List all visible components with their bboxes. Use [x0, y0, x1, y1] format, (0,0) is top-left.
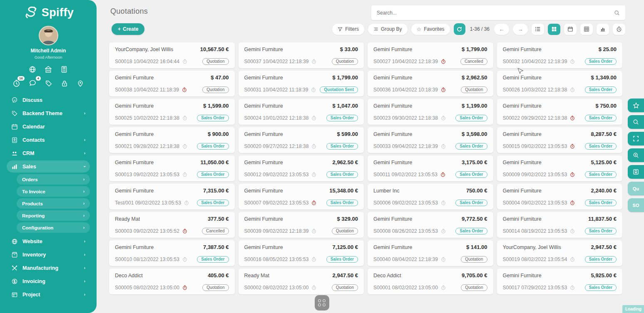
activity-clock-icon[interactable] [184, 200, 189, 205]
pager-next-button[interactable]: → [513, 24, 528, 35]
refresh-button[interactable] [454, 23, 465, 35]
rail-quotation-shortcut[interactable]: Qu [628, 182, 644, 195]
activity-clock-icon[interactable] [570, 116, 575, 121]
submenu-item-orders[interactable]: Orders › [17, 174, 90, 185]
user-avatar[interactable] [39, 26, 58, 45]
activity-clock-icon[interactable] [311, 172, 316, 177]
quotation-card[interactable]: Gemini Furniture $ 900.00 S00021 09/28/2… [109, 127, 235, 153]
view-calendar-button[interactable] [564, 24, 577, 35]
quotation-card[interactable]: Gemini Furniture 3,175.00 € S00011 09/02… [368, 155, 493, 181]
quotation-card[interactable]: Gemini Furniture $ 141.00 S00040 08/04/2… [368, 240, 493, 266]
activity-clock-icon[interactable] [441, 116, 446, 121]
quotation-card[interactable]: Gemini Furniture 7,315.00 € Test/001 09/… [109, 184, 235, 209]
create-button[interactable]: + Create [112, 23, 144, 35]
quotation-card[interactable]: Gemini Furniture $ 1,599.00 S00025 10/02… [109, 99, 235, 125]
activity-clock-icon[interactable] [441, 144, 446, 149]
activity-clock-icon[interactable] [570, 285, 575, 290]
quotation-card[interactable]: Ready Mat 2,947.50 € S00002 08/02/2022 1… [239, 269, 364, 294]
submenu-item-to-invoice[interactable]: To Invoice › [17, 186, 90, 197]
sidebar-item-calendar[interactable]: Calendar [7, 121, 90, 133]
quotation-card[interactable]: Gemini Furniture $ 599.00 S00020 09/27/2… [239, 127, 364, 153]
activity-clock-icon[interactable] [441, 257, 446, 262]
brand[interactable]: Spiffy [0, 0, 97, 20]
activity-clock-icon[interactable] [570, 172, 575, 177]
quotation-card[interactable]: Gemini Furniture $ 1,799.00 S00027 10/04… [368, 42, 493, 68]
quotation-card[interactable]: Gemini Furniture $ 3,598.00 S00033 09/04… [368, 127, 493, 153]
activity-clock-icon[interactable] [441, 87, 446, 92]
activity-clock-icon[interactable] [311, 87, 316, 92]
tag-icon[interactable] [45, 80, 52, 87]
activity-clock-icon[interactable] [441, 200, 446, 205]
quotation-card[interactable]: Gemini Furniture 8,287.50 € S00015 09/02… [497, 127, 623, 153]
activity-clock-icon[interactable] [311, 59, 316, 64]
activity-clock-icon[interactable] [570, 87, 575, 92]
activity-clock-icon[interactable] [182, 257, 187, 262]
rail-favorite-button[interactable] [628, 99, 644, 112]
activity-clock-icon[interactable] [311, 285, 316, 290]
search-icon[interactable] [614, 10, 620, 16]
quotation-card[interactable]: Gemini Furniture $ 1,349.00 S00026 10/03… [497, 71, 623, 96]
quotation-card[interactable]: Deco Addict 405.00 € S00005 08/02/2022 1… [109, 269, 235, 294]
activity-clock-icon[interactable] [570, 229, 575, 234]
quotation-card[interactable]: Gemini Furniture 9,772.50 € S00008 08/26… [368, 212, 493, 238]
quotation-card[interactable]: Gemini Furniture 2,240.00 € S00004 09/02… [497, 184, 623, 209]
quotation-card[interactable]: Gemini Furniture $ 1,199.00 S00023 09/30… [368, 99, 493, 125]
view-pivot-button[interactable] [580, 24, 593, 35]
messages-icon[interactable]: 4 [29, 79, 37, 87]
quotation-card[interactable]: YourCompany, Joel Willis 10,567.50 € S00… [109, 42, 235, 68]
sidebar-item-contacts[interactable]: Contacts › [7, 134, 90, 146]
view-activity-button[interactable] [613, 24, 625, 35]
quotation-card[interactable]: YourCompany, Joel Willis 2,947.50 € S000… [497, 240, 623, 266]
sidebar-item-backend-theme[interactable]: Backend Theme › [7, 107, 90, 119]
activity-clock-icon[interactable] [570, 200, 575, 205]
sidebar-item-manufacturing[interactable]: Manufacturing › [7, 262, 90, 274]
rail-search-button[interactable] [628, 115, 644, 129]
sidebar-item-inventory[interactable]: Inventory › [7, 249, 90, 261]
activity-clock-icon[interactable] [311, 257, 316, 262]
language-globe-icon[interactable] [29, 66, 36, 73]
view-graph-button[interactable] [597, 24, 609, 35]
quotation-card[interactable]: Gemini Furniture $ 750.00 S00022 09/29/2… [497, 99, 623, 125]
activity-clock-icon[interactable] [311, 144, 316, 149]
group-by-button[interactable]: Group By [368, 24, 408, 35]
sidebar-item-sales[interactable]: Sales › [7, 160, 90, 173]
rail-sales-order-shortcut[interactable]: SO [628, 198, 644, 212]
view-kanban-button[interactable] [548, 24, 560, 35]
quotation-card[interactable]: Gemini Furniture $ 1,799.00 S00031 10/04… [239, 71, 364, 96]
quotation-card[interactable]: Gemini Furniture 2,962.50 € S00012 09/02… [239, 155, 364, 181]
submenu-item-products[interactable]: Products › [17, 198, 90, 209]
activity-clock-icon[interactable] [182, 229, 187, 234]
filters-button[interactable]: Filters [332, 24, 364, 35]
activity-clock-icon[interactable] [182, 285, 187, 290]
sidebar-item-project[interactable]: Project › [7, 288, 90, 301]
quotation-card[interactable]: Ready Mat 377.50 € S00003 09/02/2022 13:… [109, 212, 235, 238]
quotation-card[interactable]: Gemini Furniture 5,925.00 € S00017 07/29… [497, 269, 623, 294]
quotation-card[interactable]: Gemini Furniture 11,050.00 € S00013 09/0… [109, 155, 235, 181]
pager-prev-button[interactable]: ← [494, 24, 509, 35]
calculator-icon[interactable] [60, 66, 68, 73]
rail-zoom-button[interactable] [628, 148, 644, 162]
sidebar-item-crm[interactable]: CRM › [7, 147, 90, 159]
sidebar-item-discuss[interactable]: Discuss [7, 94, 90, 106]
quotation-card[interactable]: Gemini Furniture $ 33.00 S00037 10/04/20… [239, 42, 364, 68]
activity-clock-icon[interactable] [570, 59, 575, 64]
activity-clock-icon[interactable] [441, 285, 446, 290]
activity-clock-icon[interactable] [182, 144, 187, 149]
quotation-card[interactable]: Gemini Furniture 15,348.00 € S00007 09/0… [239, 184, 364, 209]
activity-clock-icon[interactable] [570, 144, 575, 149]
apps-menu-button[interactable] [315, 295, 329, 311]
activity-clock-icon[interactable] [182, 172, 187, 177]
submenu-item-configuration[interactable]: Configuration › [17, 222, 90, 233]
company-building-icon[interactable] [45, 66, 52, 73]
quotation-card[interactable]: Gemini Furniture $ 329.00 S00039 09/02/2… [239, 212, 364, 238]
quotation-card[interactable]: Lumber Inc 750.00 € S00006 09/02/2022 13… [368, 184, 493, 209]
quotation-card[interactable]: Deco Addict 9,705.00 € S00001 08/02/2022… [368, 269, 493, 294]
activity-clock-icon[interactable] [440, 172, 445, 177]
activity-clock-icon[interactable] [441, 59, 446, 64]
location-pin-icon[interactable] [77, 80, 84, 87]
submenu-item-reporting[interactable]: Reporting › [17, 210, 90, 221]
favorites-button[interactable]: ☆ Favorites [411, 24, 450, 35]
rail-bookmark-button[interactable] [628, 165, 644, 179]
activity-clock-icon[interactable] [182, 59, 187, 64]
rail-fullscreen-button[interactable] [628, 132, 644, 145]
